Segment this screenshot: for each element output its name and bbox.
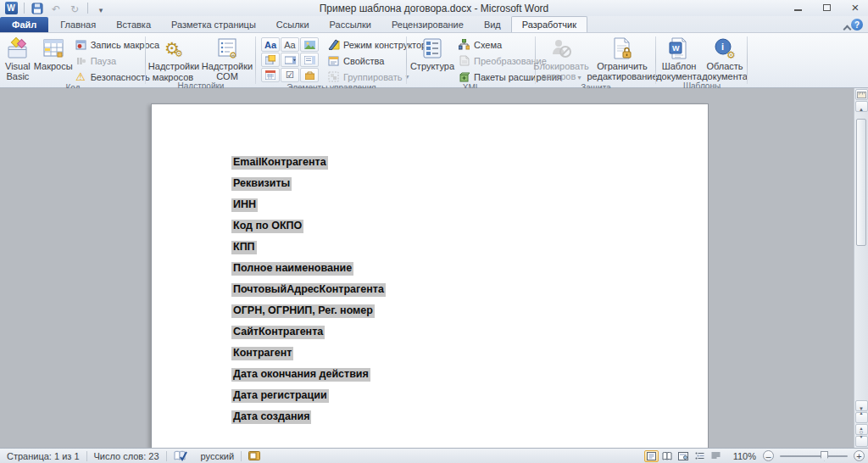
undo-icon	[52, 1, 60, 16]
save-button[interactable]	[30, 2, 45, 15]
word-app-icon[interactable]	[3, 2, 19, 15]
tab-view[interactable]: Вид	[474, 17, 511, 32]
page-number-indicator[interactable]: Страница: 1 из 1	[0, 449, 86, 463]
combo-box-icon	[285, 56, 296, 64]
window-controls	[788, 1, 865, 14]
ribbon-group-code: Visual Basic Макросы Запись макроса	[0, 33, 146, 87]
transformation-icon	[458, 54, 470, 67]
field-creation-date[interactable]: Дата создания	[231, 410, 311, 424]
divider	[87, 3, 88, 14]
zoom-out-button[interactable]: –	[763, 450, 774, 461]
tab-mailings[interactable]: Рассылки	[320, 17, 381, 32]
zoom-slider-thumb[interactable]	[821, 451, 828, 461]
field-postal-address[interactable]: ПочтовыйАдресКонтрагента	[231, 283, 386, 297]
combo-box-button[interactable]	[281, 53, 299, 67]
building-block-gallery-button[interactable]	[261, 53, 280, 67]
date-picker-button[interactable]	[261, 68, 280, 82]
ribbon-group-xml: Структура Схема Преобразование	[407, 33, 536, 87]
document-page[interactable]: EmailКонтрагента Реквизиты ИНН Код по ОК…	[151, 103, 709, 448]
undo-button[interactable]	[48, 2, 64, 15]
language-preferences-button[interactable]	[242, 449, 267, 463]
minimize-button[interactable]	[788, 1, 807, 14]
group-objects-icon	[327, 70, 340, 83]
plain-text-control-button[interactable]: Aa	[281, 37, 299, 52]
zoom-slider[interactable]	[780, 455, 848, 457]
field-kpp[interactable]: КПП	[231, 241, 257, 254]
outline-view-button[interactable]	[693, 450, 707, 462]
keyboard-language-icon	[248, 451, 260, 460]
word-count-indicator[interactable]: Число слов: 23	[87, 449, 166, 463]
legacy-tools-button[interactable]	[300, 68, 319, 82]
minimize-icon	[794, 9, 802, 11]
legacy-tools-icon	[305, 71, 314, 80]
window-title: Пример шаблона договора.docx - Microsoft…	[0, 3, 868, 14]
tab-review[interactable]: Рецензирование	[381, 17, 474, 32]
block-authors-button[interactable]: Блокировать авторов	[537, 35, 586, 83]
scrollbar-thumb[interactable]	[856, 119, 866, 246]
document-area: EmailКонтрагента Реквизиты ИНН Код по ОК…	[0, 88, 868, 448]
properties-icon	[327, 54, 340, 67]
tab-file[interactable]: Файл	[0, 17, 48, 32]
com-addins-icon: ⚙	[215, 36, 239, 60]
print-layout-view-button[interactable]	[644, 450, 659, 462]
tab-page-layout[interactable]: Разметка страницы	[161, 17, 266, 32]
field-rekvizity[interactable]: Реквизиты	[231, 177, 292, 191]
picture-icon	[304, 41, 315, 49]
document-panel-icon: i⚙	[713, 36, 737, 60]
building-block-icon	[265, 55, 275, 64]
tab-insert[interactable]: Вставка	[106, 17, 161, 32]
outline-view-icon	[695, 452, 704, 460]
field-site[interactable]: СайтКонтрагента	[231, 326, 325, 339]
language-indicator[interactable]: русский	[194, 449, 241, 463]
block-authors-icon	[549, 36, 573, 60]
draft-view-button[interactable]	[709, 450, 723, 462]
web-layout-view-button[interactable]	[676, 450, 691, 462]
restore-icon	[823, 4, 831, 11]
divider	[24, 3, 25, 14]
check-box-control-button[interactable]	[281, 68, 299, 82]
field-registration-date[interactable]: Дата регистрации	[231, 389, 329, 403]
tab-developer[interactable]: Разработчик	[511, 16, 587, 32]
visual-basic-button[interactable]: Visual Basic	[3, 35, 32, 81]
record-macro-icon	[75, 38, 87, 51]
structure-button[interactable]: Структура	[410, 35, 454, 71]
scroll-up-button[interactable]	[855, 101, 868, 112]
zoom-in-button[interactable]: +	[854, 450, 865, 461]
plain-text-icon: Aa	[284, 40, 295, 50]
next-page-button[interactable]	[855, 436, 868, 447]
help-button[interactable]	[851, 19, 863, 31]
addins-button[interactable]: Надстройки	[150, 35, 198, 71]
tab-home[interactable]: Главная	[50, 17, 106, 32]
restore-button[interactable]	[817, 1, 836, 14]
drop-down-list-button[interactable]	[300, 53, 319, 67]
vertical-scrollbar[interactable]	[854, 88, 868, 448]
redo-button[interactable]	[67, 2, 82, 15]
svg-text:i: i	[721, 42, 724, 52]
ribbon-group-templates: W Шаблон документа i⚙ Область документа …	[656, 33, 748, 87]
rich-text-control-button[interactable]: Aa	[261, 37, 280, 52]
field-end-date[interactable]: Дата окончания действия	[231, 368, 370, 382]
document-template-button[interactable]: W Шаблон документа	[658, 35, 700, 81]
spell-check-indicator[interactable]	[167, 449, 194, 463]
field-ogrn[interactable]: ОГРН, ОГРНИП, Рег. номер	[231, 304, 375, 318]
com-addins-button[interactable]: ⚙ Надстройки COM	[203, 35, 252, 81]
picture-control-button[interactable]	[300, 37, 319, 52]
title-bar: Пример шаблона договора.docx - Microsoft…	[0, 0, 868, 16]
field-email-kontragenta[interactable]: EmailКонтрагента	[231, 156, 328, 170]
close-button[interactable]	[846, 1, 865, 14]
macros-button[interactable]: Макросы	[32, 35, 75, 71]
field-inn[interactable]: ИНН	[231, 198, 258, 212]
restrict-editing-icon	[610, 36, 634, 60]
document-panel-button[interactable]: i⚙ Область документа	[704, 35, 746, 81]
fullscreen-reading-view-button[interactable]	[660, 450, 675, 462]
zoom-level-indicator[interactable]: 110%	[725, 451, 761, 461]
customize-qat-button[interactable]	[93, 2, 108, 15]
field-kontragent[interactable]: Контрагент	[231, 347, 293, 360]
field-full-name[interactable]: Полное наименование	[231, 262, 353, 276]
tab-references[interactable]: Ссылки	[266, 17, 320, 32]
ruler-icon	[857, 92, 866, 98]
calendar-icon	[265, 70, 275, 80]
restrict-editing-button[interactable]: Ограничить редактирование	[589, 35, 655, 81]
field-okpo[interactable]: Код по ОКПО	[231, 220, 303, 233]
arrow-up-icon	[859, 99, 864, 114]
